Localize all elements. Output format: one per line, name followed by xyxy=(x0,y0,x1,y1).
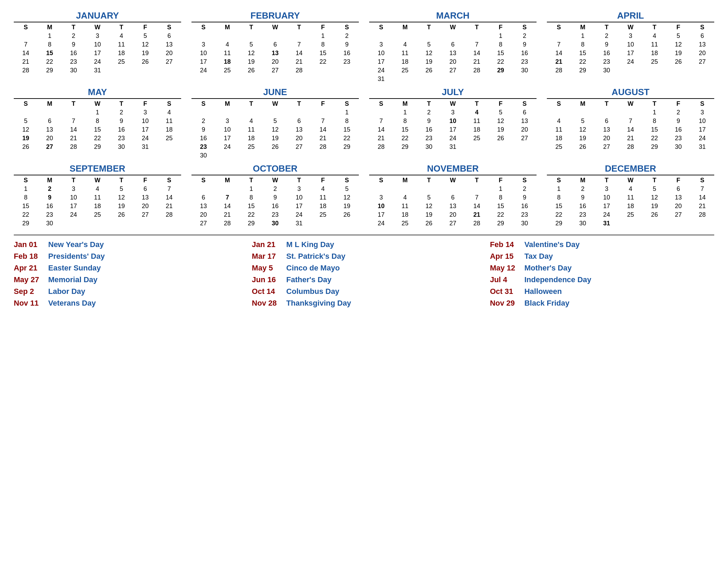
cal-day: 2 xyxy=(513,185,537,193)
cal-day: 28 xyxy=(215,219,239,228)
cal-day: 11 xyxy=(157,117,181,125)
cal-day: 23 xyxy=(38,211,61,219)
cal-day: 12 xyxy=(133,40,157,49)
cal-day: 15 xyxy=(311,49,335,58)
cal-day: 9 xyxy=(571,193,594,202)
cal-day: 13 xyxy=(133,193,157,202)
month-name: AUGUST xyxy=(547,87,714,99)
cal-day: 18 xyxy=(643,49,666,58)
cal-day: 7 xyxy=(369,117,393,125)
cal-day: 17 xyxy=(133,125,157,134)
holiday-date: Oct 14 xyxy=(252,287,283,296)
day-header: W xyxy=(85,176,109,185)
holiday-date: May 27 xyxy=(14,275,45,284)
day-header: F xyxy=(666,23,690,32)
holiday-row: Apr 15Tax Day xyxy=(490,250,714,262)
cal-day xyxy=(215,108,239,117)
cal-day: 8 xyxy=(85,117,109,125)
day-header: M xyxy=(38,176,61,185)
cal-table: SMTWTFS123456789101112131415161718192021… xyxy=(369,176,537,228)
day-header: S xyxy=(157,100,181,108)
holiday-row: Apr 21Easter Sunday xyxy=(14,262,238,274)
cal-day: 26 xyxy=(417,66,441,75)
cal-day: 2 xyxy=(595,32,618,40)
cal-day: 23 xyxy=(513,211,537,219)
day-header: F xyxy=(489,23,512,32)
cal-day: 10 xyxy=(369,49,393,58)
day-header: S xyxy=(513,176,537,185)
cal-day: 14 xyxy=(215,202,239,211)
cal-day: 24 xyxy=(595,211,618,219)
cal-day: 9 xyxy=(62,40,85,49)
cal-day: 6 xyxy=(133,185,157,193)
cal-day: 29 xyxy=(14,219,38,228)
day-header: T xyxy=(643,176,666,185)
cal-day xyxy=(215,151,239,160)
cal-day: 5 xyxy=(417,193,441,202)
cal-day: 18 xyxy=(239,134,263,143)
cal-day: 13 xyxy=(595,125,618,134)
cal-day: 2 xyxy=(666,108,690,117)
cal-day: 23 xyxy=(513,58,537,66)
holiday-name: New Year's Day xyxy=(48,240,104,249)
cal-table: SMTWTFS123456789101112131415161718192021… xyxy=(191,23,359,75)
holiday-row: Nov 28Thanksgiving Day xyxy=(252,297,476,309)
cal-day: 9 xyxy=(513,40,537,49)
cal-day: 8 xyxy=(643,117,666,125)
cal-day: 23 xyxy=(110,134,133,143)
cal-day: 23 xyxy=(666,134,690,143)
day-header: W xyxy=(441,23,465,32)
cal-day xyxy=(311,151,335,160)
day-header: S xyxy=(547,176,571,185)
cal-day: 11 xyxy=(311,193,335,202)
cal-day: 15 xyxy=(335,125,359,134)
cal-day: 29 xyxy=(239,219,263,228)
day-header: M xyxy=(571,100,594,108)
cal-day: 13 xyxy=(38,125,61,134)
cal-day: 30 xyxy=(62,66,85,75)
day-header: S xyxy=(191,176,215,185)
day-header: F xyxy=(133,23,157,32)
cal-table: SMTWTFS123456789101112131415161718192021… xyxy=(369,100,537,151)
cal-day: 5 xyxy=(666,32,690,40)
cal-day xyxy=(14,32,38,40)
cal-day: 15 xyxy=(547,202,571,211)
cal-day xyxy=(263,108,287,117)
cal-day: 27 xyxy=(157,58,181,66)
day-header: F xyxy=(666,176,690,185)
cal-day: 15 xyxy=(85,125,109,134)
cal-day: 21 xyxy=(369,134,393,143)
cal-day: 27 xyxy=(595,143,618,151)
cal-day: 19 xyxy=(110,202,133,211)
cal-day: 7 xyxy=(62,117,85,125)
holiday-col-1: Jan 01New Year's DayFeb 18Presidents' Da… xyxy=(14,239,238,309)
cal-day: 20 xyxy=(441,58,465,66)
cal-day xyxy=(489,143,512,151)
cal-day: 1 xyxy=(38,32,61,40)
cal-day xyxy=(157,66,181,75)
cal-day: 20 xyxy=(287,134,311,143)
cal-day: 2 xyxy=(191,117,215,125)
cal-day: 9 xyxy=(417,117,441,125)
cal-day: 3 xyxy=(287,185,311,193)
cal-day: 27 xyxy=(38,143,61,151)
holiday-date: Jun 16 xyxy=(252,275,283,284)
day-header: F xyxy=(311,176,335,185)
cal-day: 23 xyxy=(263,211,287,219)
cal-day: 25 xyxy=(110,58,133,66)
cal-day xyxy=(369,108,393,117)
cal-day: 12 xyxy=(110,193,133,202)
day-header: S xyxy=(513,23,537,32)
month-september: SEPTEMBERSMTWTFS123456789101112131415161… xyxy=(14,163,181,228)
cal-day: 8 xyxy=(239,193,263,202)
cal-day: 17 xyxy=(85,49,109,58)
holiday-row: May 27Memorial Day xyxy=(14,274,238,286)
cal-day: 21 xyxy=(547,58,571,66)
holiday-date: May 5 xyxy=(252,264,283,273)
day-header: F xyxy=(133,176,157,185)
cal-day: 5 xyxy=(133,32,157,40)
cal-day: 9 xyxy=(110,117,133,125)
cal-day: 15 xyxy=(239,202,263,211)
holiday-date: Apr 15 xyxy=(490,252,521,261)
cal-day: 10 xyxy=(369,202,393,211)
